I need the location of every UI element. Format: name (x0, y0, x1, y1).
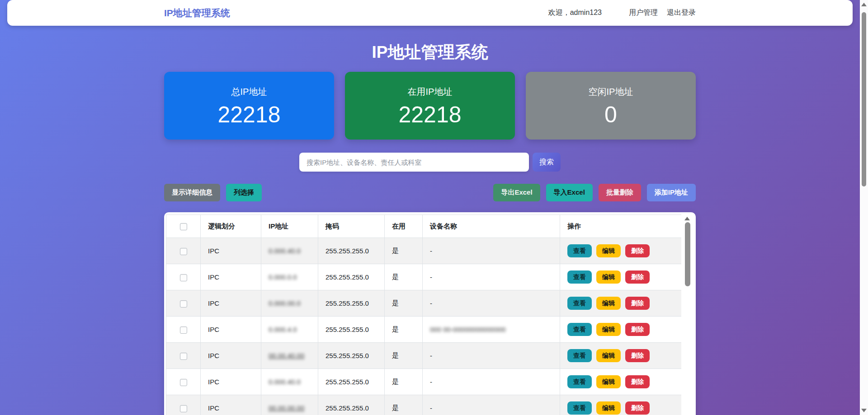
cell-inuse: 是 (385, 395, 423, 415)
edit-button[interactable]: 编辑 (596, 401, 621, 415)
cell-ip: 0.000.00.0 (261, 290, 318, 317)
search-button[interactable]: 搜索 (533, 153, 561, 172)
cell-inuse: 是 (385, 238, 423, 264)
row-checkbox[interactable] (180, 326, 187, 334)
search-input[interactable] (299, 153, 529, 172)
cell-ip: 00.00.40.00 (261, 343, 318, 369)
view-button[interactable]: 查看 (567, 244, 592, 257)
scroll-up-icon[interactable] (861, 3, 867, 6)
table-body: IPC0.000.40.0255.255.255.0是-查看编辑删除IPC0.0… (166, 238, 682, 415)
page-title: IP地址管理系统 (164, 43, 696, 62)
row-checkbox[interactable] (180, 274, 187, 281)
row-checkbox[interactable] (180, 405, 187, 412)
header-actions: 操作 (560, 215, 682, 238)
row-checkbox[interactable] (180, 353, 187, 360)
device-name: - (430, 273, 432, 281)
import-excel-button[interactable]: 导入Excel (546, 184, 593, 201)
view-button[interactable]: 查看 (567, 349, 592, 362)
table-row: IPC0.000.40.0255.255.255.0是-查看编辑删除 (166, 238, 682, 264)
edit-button[interactable]: 编辑 (596, 375, 621, 388)
cell-actions: 查看编辑删除 (560, 343, 682, 369)
table-row: IPC0.000.40.0255.255.255.0是-查看编辑删除 (166, 369, 682, 395)
stat-label: 总IP地址 (164, 86, 334, 98)
show-details-button[interactable]: 显示详细信息 (164, 184, 220, 201)
cell-ip: 0.000.4.0 (261, 317, 318, 343)
scroll-up-icon[interactable] (684, 217, 690, 220)
ip-address-redacted: 0.000.40.0 (269, 378, 301, 386)
stat-label: 空闲IP地址 (526, 86, 696, 98)
edit-button[interactable]: 编辑 (596, 270, 621, 284)
delete-button[interactable]: 删除 (625, 297, 650, 310)
top-navbar: IP地址管理系统 欢迎，admin123 用户管理 退出登录 (7, 0, 853, 26)
cell-device: - (423, 264, 560, 290)
view-button[interactable]: 查看 (567, 375, 592, 388)
cell-inuse: 是 (385, 317, 423, 343)
cell-mask: 255.255.255.0 (318, 317, 385, 343)
delete-button[interactable]: 删除 (625, 323, 650, 336)
cell-inuse: 是 (385, 264, 423, 290)
select-all-checkbox[interactable] (180, 223, 187, 230)
cell-logic: IPC (201, 343, 261, 369)
cell-ip: 0.000.40.0 (261, 238, 318, 264)
ip-address-redacted: 0.000.0.0 (269, 273, 297, 281)
table-scrollbar-thumb[interactable] (685, 222, 690, 286)
window-scrollbar-thumb[interactable] (862, 12, 866, 187)
header-ip: IP地址 (261, 215, 318, 238)
add-ip-button[interactable]: 添加IP地址 (647, 184, 696, 201)
delete-button[interactable]: 删除 (625, 270, 650, 284)
view-button[interactable]: 查看 (567, 270, 592, 284)
edit-button[interactable]: 编辑 (596, 323, 621, 336)
ip-address-redacted: 00.00.40.00 (269, 352, 304, 359)
stat-card-total-ip: 总IP地址 22218 (164, 72, 334, 140)
cell-actions: 查看编辑删除 (560, 395, 682, 415)
view-button[interactable]: 查看 (567, 323, 592, 336)
cell-mask: 255.255.255.0 (318, 343, 385, 369)
device-name: - (430, 352, 432, 359)
cell-actions: 查看编辑删除 (560, 317, 682, 343)
table-row: IPC0.000.00.0255.255.255.0是-查看编辑删除 (166, 290, 682, 317)
logout-link[interactable]: 退出登录 (667, 8, 696, 18)
device-name: - (430, 404, 432, 412)
ip-address-redacted: 0.000.00.0 (269, 299, 301, 307)
row-checkbox[interactable] (180, 379, 187, 386)
column-select-button[interactable]: 列选择 (226, 184, 262, 201)
delete-button[interactable]: 删除 (625, 244, 650, 257)
cell-logic: IPC (201, 317, 261, 343)
delete-button[interactable]: 删除 (625, 375, 650, 388)
view-button[interactable]: 查看 (567, 297, 592, 310)
export-excel-button[interactable]: 导出Excel (493, 184, 540, 201)
device-name: - (430, 378, 432, 386)
ip-address-redacted: 0.000.40.0 (269, 247, 301, 255)
row-checkbox[interactable] (180, 248, 187, 255)
edit-button[interactable]: 编辑 (596, 297, 621, 310)
scroll-down-icon[interactable] (861, 409, 867, 412)
device-name: - (430, 247, 432, 255)
user-management-link[interactable]: 用户管理 (629, 8, 658, 18)
edit-button[interactable]: 编辑 (596, 244, 621, 257)
cell-actions: 查看编辑删除 (560, 290, 682, 317)
cell-actions: 查看编辑删除 (560, 238, 682, 264)
cell-ip: 00.00.00.00 (261, 395, 318, 415)
page-background: IP地址管理系统 欢迎，admin123 用户管理 退出登录 IP地址管理系统 … (0, 0, 860, 415)
window-scrollbar[interactable] (860, 0, 868, 415)
view-button[interactable]: 查看 (567, 401, 592, 415)
cell-inuse: 是 (385, 369, 423, 395)
table-row: IPC0.000.4.0255.255.255.0是000 00-0000000… (166, 317, 682, 343)
row-checkbox[interactable] (180, 300, 187, 308)
delete-button[interactable]: 删除 (625, 401, 650, 415)
table-row: IPC0.000.0.0255.255.255.0是-查看编辑删除 (166, 264, 682, 290)
cell-ip: 0.000.40.0 (261, 369, 318, 395)
navbar-brand[interactable]: IP地址管理系统 (164, 7, 230, 19)
table-scrollbar[interactable] (681, 214, 694, 415)
batch-delete-button[interactable]: 批量删除 (599, 184, 641, 201)
stat-card-free-ip: 空闲IP地址 0 (526, 72, 696, 140)
header-logic: 逻辑划分 (201, 215, 261, 238)
cell-inuse: 是 (385, 343, 423, 369)
delete-button[interactable]: 删除 (625, 349, 650, 362)
ip-table-card: 逻辑划分 IP地址 掩码 在用 设备名称 操作 IPC0.000.40.0255… (164, 212, 696, 415)
cell-logic: IPC (201, 238, 261, 264)
edit-button[interactable]: 编辑 (596, 349, 621, 362)
cell-device: - (423, 395, 560, 415)
cell-logic: IPC (201, 395, 261, 415)
toolbar: 显示详细信息 列选择 导出Excel 导入Excel 批量删除 添加IP地址 (164, 184, 696, 201)
